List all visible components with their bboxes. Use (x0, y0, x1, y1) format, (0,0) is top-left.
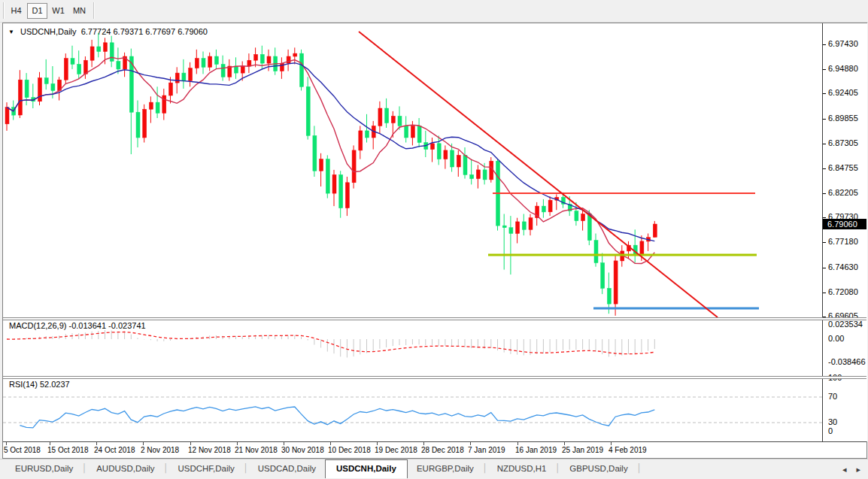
chart-tab-usdcad[interactable]: USDCAD,Daily (249, 459, 325, 477)
period-toolbar: H4D1W1MN (0, 0, 868, 23)
chart-tab-usdchf[interactable]: USDCHF,Daily (168, 459, 243, 477)
tab-separator: │ (164, 463, 169, 472)
date-tick (423, 442, 424, 445)
date-axis-label: 25 Jan 2019 (562, 446, 603, 454)
trendline (359, 32, 718, 317)
date-axis-line (3, 441, 866, 442)
date-tick (330, 442, 331, 445)
period-button-w1[interactable]: W1 (48, 3, 68, 19)
price-axis-label: 6.97430 (828, 39, 858, 48)
price-axis-label: 6.87305 (828, 138, 858, 147)
tab-scroll-arrows: ◂ ▸ (835, 465, 860, 474)
rsi-line (20, 407, 654, 428)
MA-fast-line (7, 57, 654, 263)
date-axis-label: 7 Jan 2019 (468, 446, 505, 454)
date-tick (6, 442, 7, 445)
date-tick (237, 442, 238, 445)
price-axis-label: 6.89855 (828, 114, 858, 123)
tab-scroll-left-arrow[interactable]: ◂ (842, 465, 847, 474)
rsi-axis-label: 30 (828, 417, 837, 426)
current-price-tag: 6.79060 (823, 219, 866, 229)
period-button-mn[interactable]: MN (69, 3, 90, 19)
date-tick (564, 442, 565, 445)
date-tick (284, 442, 284, 445)
date-axis-label: 4 Feb 2019 (609, 446, 647, 454)
chart-tab-usdcnh[interactable]: USDCNH,Daily (325, 459, 408, 478)
date-tick (470, 442, 471, 445)
chart-tab-bar: EURUSD,Daily│AUDUSD,Daily│USDCHF,Daily│U… (0, 459, 868, 479)
candles-down (12, 33, 638, 314)
chart-tab-eurusd[interactable]: EURUSD,Daily (6, 459, 82, 477)
macd-signal-line (7, 332, 654, 354)
chart-tab-audusd[interactable]: AUDUSD,Daily (87, 459, 163, 477)
tab-separator: │ (637, 463, 642, 472)
period-button-h4[interactable]: H4 (6, 3, 26, 19)
macd-axis-label: -0.038466 (828, 357, 866, 366)
date-axis-label: 5 Oct 2018 (4, 446, 41, 454)
date-axis-label: 24 Oct 2018 (94, 446, 135, 454)
tab-scroll-right-arrow[interactable]: ▸ (856, 465, 860, 474)
date-axis-label: 30 Nov 2018 (281, 446, 324, 454)
date-axis-label: 12 Nov 2018 (188, 446, 231, 454)
macd-axis-label: 0.023534 (828, 320, 863, 329)
tab-separator: │ (555, 463, 560, 472)
panel-separator[interactable] (3, 317, 866, 320)
date-axis-label: 2 Nov 2018 (141, 446, 179, 454)
date-tick (611, 442, 612, 445)
date-tick (143, 442, 144, 445)
macd-indicator-label: MACD(12,26,9) -0.013641 -0.023741 (9, 321, 146, 330)
date-axis-label: 28 Dec 2018 (421, 446, 464, 454)
tab-separator: │ (244, 463, 249, 472)
toolbar-separator (3, 2, 4, 19)
candles-up (5, 38, 657, 316)
tab-separator: │ (82, 463, 87, 472)
period-button-d1[interactable]: D1 (27, 3, 47, 19)
chart-tab-gbpusd[interactable]: GBPUSD,Daily (560, 459, 636, 477)
date-tick (96, 442, 97, 445)
price-axis-label: 6.74630 (828, 262, 858, 271)
price-axis-label: 6.94880 (828, 64, 858, 73)
date-axis-label: 21 Nov 2018 (235, 446, 278, 454)
date-axis-label: 16 Jan 2019 (515, 446, 557, 454)
rsi-indicator-label: RSI(14) 52.0237 (9, 380, 70, 389)
price-axis-label: 6.72080 (828, 287, 858, 296)
toolbar-separator (93, 2, 94, 19)
panel-separator[interactable] (3, 376, 866, 379)
date-tick (517, 442, 518, 445)
tab-separator: │ (483, 463, 488, 472)
chart-window: ▼ USDCNH,Daily 6.77724 6.79371 6.77697 6… (2, 23, 867, 459)
date-axis-label: 10 Dec 2018 (328, 446, 371, 454)
date-tick (50, 442, 50, 445)
rsi-axis-label: 0 (828, 426, 833, 435)
price-axis-label: 6.92405 (828, 88, 858, 97)
price-axis-label: 6.84755 (828, 163, 858, 172)
rsi-axis-label: 70 (828, 392, 837, 401)
date-tick (377, 442, 378, 445)
chart-plot-area[interactable] (3, 23, 822, 456)
price-axis-label: 6.77180 (828, 237, 858, 246)
date-axis-label: 19 Dec 2018 (375, 446, 417, 454)
price-axis-label: 6.82205 (828, 188, 858, 197)
macd-axis-label: 0.00 (828, 334, 844, 343)
date-axis-label: 15 Oct 2018 (47, 446, 88, 454)
macd-histogram (7, 330, 654, 358)
chart-tab-nzdusd[interactable]: NZDUSD,H1 (488, 459, 556, 477)
date-tick (190, 442, 191, 445)
chart-tab-eurgbp[interactable]: EURGBP,Daily (408, 459, 483, 477)
